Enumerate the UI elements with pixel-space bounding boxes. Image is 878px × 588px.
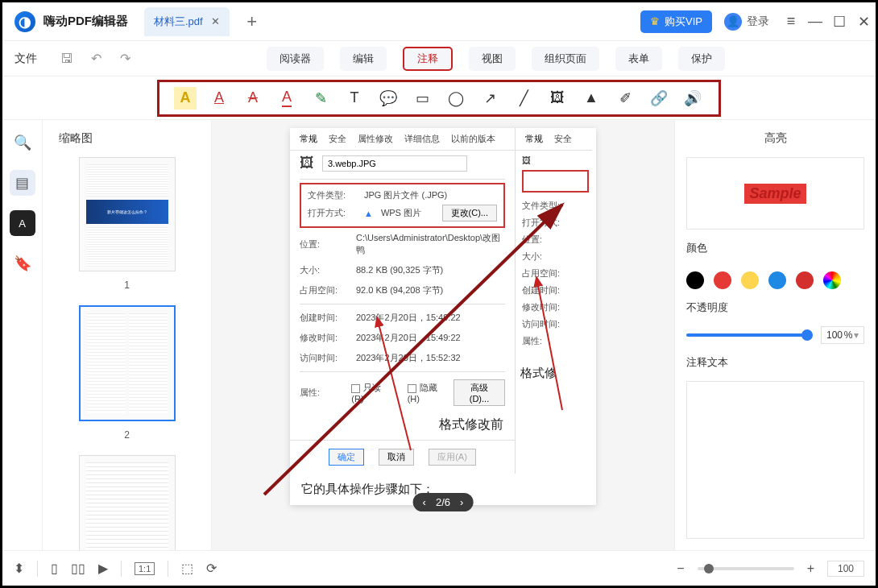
fit-width-icon[interactable]: ⬍ — [14, 561, 24, 576]
opacity-value[interactable]: 100%▾ — [821, 326, 864, 344]
change-button[interactable]: 更改(C)... — [442, 205, 497, 222]
mode-protect[interactable]: 保护 — [678, 47, 725, 71]
mode-edit[interactable]: 编辑 — [340, 47, 387, 71]
zoom-out-icon[interactable]: − — [677, 561, 684, 576]
zoom-value[interactable]: 100 — [827, 561, 864, 577]
mode-form[interactable]: 表单 — [615, 47, 662, 71]
swatch-blue[interactable] — [768, 271, 786, 289]
filename-field[interactable] — [322, 155, 467, 172]
ratio-button[interactable]: 1:1 — [135, 562, 155, 575]
advanced-button[interactable]: 高级(D)... — [453, 379, 505, 406]
annotation-toolbar: A A A A ✎ T 💬 ▭ ◯ ↗ ╱ 🖼 ▲ ✐ 🔗 🔊 — [2, 77, 876, 120]
thumbnails-title: 缩略图 — [59, 131, 203, 146]
tab-prev[interactable]: 以前的版本 — [451, 133, 495, 145]
menu-bar: 文件 🖫 ↶ ↷ 阅读器 编辑 注释 视图 组织页面 表单 保护 — [2, 41, 876, 77]
ok-button[interactable]: 确定 — [329, 449, 364, 466]
bookmark-icon[interactable]: 🔖 — [10, 251, 35, 276]
maximize-button[interactable]: ☐ — [827, 10, 851, 34]
mode-reader[interactable]: 阅读器 — [267, 47, 324, 71]
note-tool[interactable]: 💬 — [377, 87, 400, 110]
buy-vip-button[interactable]: ♛ 购买VIP — [640, 10, 712, 33]
thumbnail-page-2[interactable] — [79, 305, 176, 421]
app-logo: ◑ — [14, 11, 35, 32]
swatch-yellow[interactable] — [741, 271, 759, 289]
text-tool[interactable]: T — [343, 87, 366, 110]
single-page-icon[interactable]: ▯ — [51, 561, 58, 576]
document-canvas[interactable]: 常规 安全 属性修改 详细信息 以前的版本 🖼 文件类型:JPG 图片文件 (.… — [212, 120, 674, 550]
thumb-2-number: 2 — [51, 429, 203, 441]
menu-icon[interactable]: ≡ — [779, 10, 803, 34]
thumbnail-panel: 缩略图 新片存储这怎么操作？ 1 2 — [43, 120, 212, 550]
caption-before: 格式修改前 — [290, 410, 515, 440]
swatch-darkred[interactable] — [796, 271, 814, 289]
title-bar: ◑ 嗨动PDF编辑器 材料三.pdf ✕ + ♛ 购买VIP 👤 登录 ≡ — … — [2, 2, 876, 41]
thumbnail-page-3[interactable] — [79, 455, 176, 550]
redo-icon[interactable]: ↷ — [114, 48, 136, 70]
audio-tool[interactable]: 🔊 — [681, 87, 704, 110]
vip-label: 购买VIP — [665, 14, 702, 29]
opacity-label: 不透明度 — [686, 300, 864, 315]
swatch-red[interactable] — [714, 271, 731, 289]
tab-detail[interactable]: 详细信息 — [404, 133, 440, 145]
strikethrough-tool[interactable]: A — [242, 87, 264, 110]
zoom-in-icon[interactable]: + — [807, 561, 814, 576]
props-tabs: 常规 安全 属性修改 详细信息 以前的版本 — [290, 128, 515, 151]
document-tab[interactable]: 材料三.pdf ✕ — [144, 7, 230, 36]
tab-label: 材料三.pdf — [154, 14, 203, 29]
login-button[interactable]: 👤 登录 — [724, 13, 769, 31]
minimize-button[interactable]: — — [803, 10, 827, 34]
highlight-tool[interactable]: A — [174, 87, 197, 110]
search-icon[interactable]: 🔍 — [10, 130, 35, 155]
tab-attr[interactable]: 属性修改 — [358, 133, 393, 145]
app-title: 嗨动PDF编辑器 — [43, 14, 128, 29]
thumbnail-page-1[interactable]: 新片存储这怎么操作？ — [79, 157, 176, 271]
rotate-icon[interactable]: ⟳ — [206, 561, 217, 576]
rectangle-tool[interactable]: ▭ — [411, 87, 433, 110]
user-icon: 👤 — [724, 13, 742, 31]
status-bar: ⬍ ▯ ▯▯ ▶ 1:1 ⬚ ⟳ − + 100 — [2, 550, 876, 586]
swatch-custom[interactable] — [823, 271, 841, 289]
play-icon[interactable]: ▶ — [98, 561, 108, 576]
pencil-tool[interactable]: ✎ — [309, 87, 332, 110]
annotation-text-area[interactable] — [686, 381, 864, 539]
crown-icon: ♛ — [650, 15, 660, 27]
page-content: 常规 安全 属性修改 详细信息 以前的版本 🖼 文件类型:JPG 图片文件 (.… — [290, 128, 596, 505]
arrow-tool[interactable]: ↗ — [478, 87, 501, 110]
add-tab-button[interactable]: + — [238, 7, 267, 36]
highlighted-filetype-box: 文件类型:JPG 图片文件 (.JPG) 打开方式:▲WPS 图片更改(C)..… — [300, 183, 505, 228]
prev-page-icon[interactable]: ‹ — [423, 496, 426, 508]
save-icon[interactable]: 🖫 — [56, 48, 78, 70]
page-navigator[interactable]: ‹ 2/6 › — [413, 493, 474, 511]
opacity-slider[interactable] — [686, 333, 813, 337]
next-page-icon[interactable]: › — [460, 496, 463, 508]
line-tool[interactable]: ╱ — [512, 87, 535, 110]
apply-button[interactable]: 应用(A) — [429, 449, 476, 466]
image-tool[interactable]: 🖼 — [546, 87, 569, 110]
side-rail: 🔍 ▤ A 🔖 — [2, 120, 43, 550]
file-menu[interactable]: 文件 — [14, 52, 37, 66]
close-tab-icon[interactable]: ✕ — [211, 15, 220, 27]
zoom-slider[interactable] — [698, 567, 794, 570]
swatch-black[interactable] — [686, 271, 704, 289]
tab-security[interactable]: 安全 — [329, 133, 346, 145]
text-panel-icon[interactable]: A — [10, 210, 35, 236]
stamp-tool[interactable]: ▲ — [580, 87, 603, 110]
mode-annotate[interactable]: 注释 — [403, 47, 453, 71]
two-page-icon[interactable]: ▯▯ — [71, 561, 85, 576]
cancel-button[interactable]: 取消 — [379, 449, 414, 466]
main-area: 🔍 ▤ A 🔖 缩略图 新片存储这怎么操作？ 1 2 — [2, 120, 876, 550]
login-label: 登录 — [747, 14, 769, 29]
thumbnails-icon[interactable]: ▤ — [10, 170, 35, 196]
undo-icon[interactable]: ↶ — [85, 48, 107, 70]
squiggly-tool[interactable]: A — [275, 87, 298, 110]
mode-view[interactable]: 视图 — [469, 47, 516, 71]
close-window-button[interactable]: ✕ — [851, 10, 876, 34]
circle-tool[interactable]: ◯ — [445, 87, 467, 110]
sample-preview: Sample — [686, 157, 864, 230]
underline-tool[interactable]: A — [208, 87, 230, 110]
tab-general[interactable]: 常规 — [300, 133, 317, 145]
signature-tool[interactable]: ✐ — [614, 87, 636, 110]
link-tool[interactable]: 🔗 — [648, 87, 670, 110]
mode-organize[interactable]: 组织页面 — [532, 47, 599, 71]
crop-icon[interactable]: ⬚ — [181, 561, 193, 576]
